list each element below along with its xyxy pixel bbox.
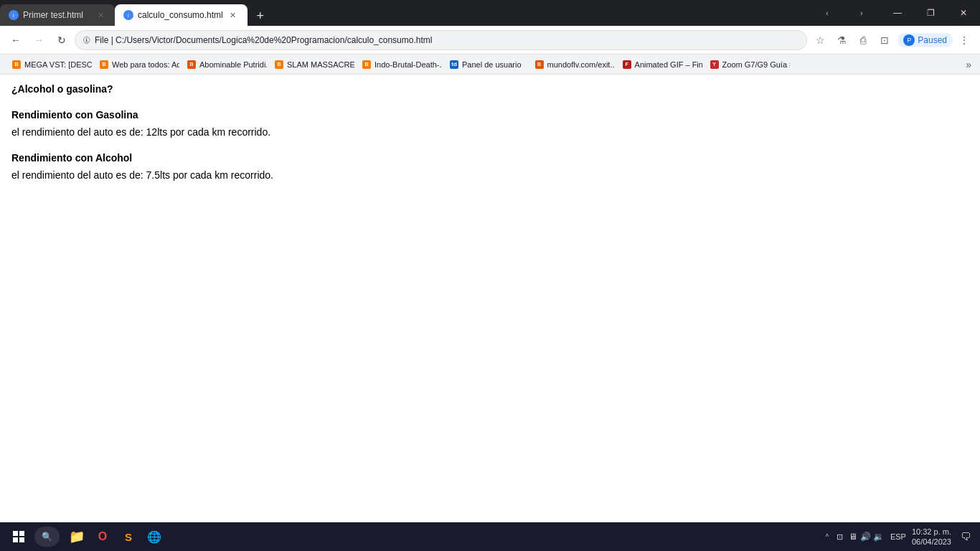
taskbar-clock[interactable]: 10:32 p. m. 06/04/2023 <box>912 527 951 547</box>
gasoline-title: Rendimiento con Gasolina <box>11 109 969 121</box>
tab2-label: calculo_consumo.html <box>138 10 223 20</box>
address-bar[interactable]: 🛈 File | C:/Users/Victor/Documents/Logic… <box>75 30 807 50</box>
navigation-bar: ← → ↻ 🛈 File | C:/Users/Victor/Documents… <box>0 26 980 55</box>
tab2-favicon: i <box>123 10 133 20</box>
window-controls: — ❐ ✕ <box>881 0 980 26</box>
clock-time: 10:32 p. m. <box>912 527 951 537</box>
taskbar-app-sublime[interactable]: S <box>117 525 140 548</box>
show-hidden-icons-button[interactable]: ^ <box>821 531 833 542</box>
extensions-button[interactable]: ⋮ <box>954 30 974 50</box>
speaker-icon[interactable]: 🔊 <box>860 531 872 542</box>
address-security-icon: 🛈 <box>83 36 90 44</box>
toolbar-icons: ☆ ⚗ ⎙ ⊡ P Paused ⋮ <box>810 30 974 50</box>
bookmarks-bar: B MEGA VST: [DESCA... B Web para todos: … <box>0 55 980 75</box>
bookmark-zoom-g7[interactable]: Y Zoom G7/G9 Guía #... <box>704 58 790 71</box>
taskbar: 🔍 📁 O S 🌐 ^ ⊡ 🖥 🔊 🔉 ESP 10:32 p. m. 06/0… <box>0 522 980 551</box>
tab-strip: i Primer test.html ✕ i calculo_consumo.h… <box>0 0 405 26</box>
taskbar-language: ESP <box>890 532 906 541</box>
taskbar-app-opera[interactable]: O <box>91 525 114 548</box>
address-text: File | C:/Users/Victor/Documents/Logica%… <box>95 35 799 45</box>
page-content: ¿Alcohol o gasolina? Rendimiento con Gas… <box>0 75 980 551</box>
close-button[interactable]: ✕ <box>947 0 980 26</box>
notification-area-icon1[interactable]: ⊡ <box>834 531 846 542</box>
chrome-lens-button[interactable]: ⊡ <box>875 30 895 50</box>
windows-logo-icon <box>13 531 24 542</box>
bookmarks-more-button[interactable]: » <box>963 57 974 72</box>
tab1-favicon: i <box>9 10 19 20</box>
bookmark-zoom-g7-label: Zoom G7/G9 Guía #... <box>722 60 790 69</box>
bookmark-panel-usuario[interactable]: td Panel de usuario <box>443 58 527 71</box>
bookmark-mega-vst-label: MEGA VST: [DESCA... <box>24 60 92 69</box>
bookmark-web-para-todos-icon: B <box>99 60 109 70</box>
bookmark-this-tab-button[interactable]: ☆ <box>810 30 830 50</box>
network-icon[interactable]: 🖥 <box>847 531 859 542</box>
gasoline-text: el rendimiento del auto es de: 12lts por… <box>11 126 969 138</box>
bookmark-mega-vst-icon: B <box>11 60 22 70</box>
bookmark-abominable[interactable]: B Abominable Putridi... <box>181 58 267 71</box>
minimize-button[interactable]: — <box>881 0 914 26</box>
file-explorer-icon: 📁 <box>69 529 85 545</box>
bookmark-indo-brutal[interactable]: B Indo-Brutal-Death-... <box>356 58 442 71</box>
sublime-icon: S <box>125 531 132 543</box>
tab-scroll-left[interactable]: ‹ <box>811 0 844 26</box>
tab1-label: Primer test.html <box>23 10 90 20</box>
bookmark-slam-massacre[interactable]: B SLAM MASSACRE <box>268 58 354 71</box>
reload-button[interactable]: ↻ <box>52 30 72 50</box>
bookmark-animated-gif-icon: F <box>622 60 632 70</box>
alcohol-title: Rendimiento con Alcohol <box>11 152 969 164</box>
bookmark-animated-gif[interactable]: F Animated GIF – Fin... <box>616 58 702 71</box>
clock-date: 06/04/2023 <box>912 537 951 547</box>
profile-label: Paused <box>918 35 947 45</box>
bookmark-panel-usuario-label: Panel de usuario <box>462 60 522 69</box>
taskbar-right: ^ ⊡ 🖥 🔊 🔉 ESP 10:32 p. m. 06/04/2023 🗨 <box>821 527 974 547</box>
taskbar-apps: 📁 O S 🌐 <box>65 525 166 548</box>
notification-center-button[interactable]: 🗨 <box>957 528 974 545</box>
bookmark-abominable-label: Abominable Putridi... <box>199 60 267 69</box>
taskbar-app-file-explorer[interactable]: 📁 <box>65 525 88 548</box>
tab1-close[interactable]: ✕ <box>95 9 106 21</box>
bookmark-indo-brutal-icon: B <box>362 60 372 70</box>
bookmark-mundoflv[interactable]: B mundoflv.com/exit... <box>529 58 615 71</box>
bookmark-indo-brutal-label: Indo-Brutal-Death-... <box>374 60 442 69</box>
titlebar: i Primer test.html ✕ i calculo_consumo.h… <box>0 0 980 26</box>
bookmark-animated-gif-label: Animated GIF – Fin... <box>635 60 702 69</box>
chrome-icon: 🌐 <box>147 530 161 544</box>
profile-avatar: P <box>903 34 915 46</box>
tab2-close[interactable]: ✕ <box>227 9 239 21</box>
bookmark-slam-massacre-label: SLAM MASSACRE <box>287 60 354 69</box>
opera-icon: O <box>98 530 107 543</box>
tab-primer-test[interactable]: i Primer test.html ✕ <box>0 4 115 26</box>
bookmark-abominable-icon: B <box>187 60 197 70</box>
bookmark-mega-vst[interactable]: B MEGA VST: [DESCA... <box>6 58 92 71</box>
bookmark-mundoflv-icon: B <box>534 60 545 70</box>
bookmark-web-para-todos-label: Web para todos: Ad... <box>112 60 179 69</box>
profile-button[interactable]: P Paused <box>897 33 953 47</box>
taskbar-system-icons: ^ ⊡ 🖥 🔊 🔉 <box>821 531 885 542</box>
share-button[interactable]: ⎙ <box>853 30 873 50</box>
alcohol-text: el rendimiento del auto es de: 7.5lts po… <box>11 169 969 181</box>
maximize-button[interactable]: ❐ <box>914 0 947 26</box>
volume-icon[interactable]: 🔉 <box>873 531 885 542</box>
start-button[interactable] <box>6 524 32 550</box>
forward-button[interactable]: → <box>29 30 49 50</box>
bookmark-panel-usuario-icon: td <box>449 60 459 70</box>
tab-calculo-consumo[interactable]: i calculo_consumo.html ✕ <box>115 4 248 26</box>
bookmark-slam-massacre-icon: B <box>274 60 284 70</box>
back-button[interactable]: ← <box>6 30 26 50</box>
browser-labs-button[interactable]: ⚗ <box>831 30 852 50</box>
taskbar-search-button[interactable]: 🔍 <box>34 527 60 547</box>
taskbar-app-chrome[interactable]: 🌐 <box>143 525 166 548</box>
page-question: ¿Alcohol o gasolina? <box>11 83 969 95</box>
bookmark-web-para-todos[interactable]: B Web para todos: Ad... <box>93 58 179 71</box>
bookmark-zoom-g7-icon: Y <box>710 60 720 70</box>
tab-scroll-right[interactable]: › <box>845 0 878 26</box>
new-tab-button[interactable]: + <box>250 6 270 26</box>
taskbar-search-icon: 🔍 <box>42 532 52 542</box>
bookmark-mundoflv-label: mundoflv.com/exit... <box>547 60 615 69</box>
